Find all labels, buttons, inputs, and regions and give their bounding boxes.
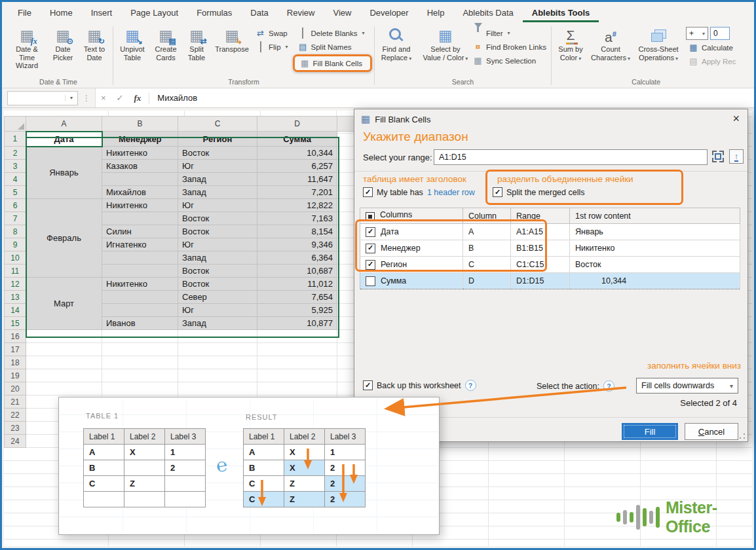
ribbon-tab-developer[interactable]: Developer — [360, 4, 417, 22]
backup-help-icon[interactable]: ? — [465, 380, 476, 391]
cell-B7[interactable] — [102, 212, 178, 225]
column-header-b[interactable]: B — [102, 117, 178, 132]
cell-D9[interactable]: 9,346 — [257, 238, 337, 251]
cell-B4[interactable] — [102, 173, 178, 186]
ribbon-tab-ablebits-tools[interactable]: Ablebits Tools — [523, 4, 599, 22]
name-box-caret-icon[interactable]: ▾ — [65, 95, 77, 101]
cell-C2[interactable]: Восток — [178, 147, 257, 160]
ribbon-tab-help[interactable]: Help — [418, 4, 454, 22]
cell-D15[interactable]: 10,877 — [257, 317, 337, 330]
cell-B5[interactable]: Михайлов — [102, 186, 178, 199]
cell-C16[interactable] — [178, 330, 257, 343]
ribbon-tab-page-layout[interactable]: Page Layout — [121, 4, 187, 22]
column-checkbox-A[interactable] — [366, 227, 375, 237]
dialog-column-row-A[interactable]: ДатаAA1:A15Январь — [360, 224, 740, 240]
row-header-11[interactable]: 11 — [5, 265, 26, 278]
cell-D19[interactable] — [257, 369, 337, 382]
row-header-19[interactable]: 19 — [5, 369, 26, 382]
split-table-button[interactable]: ▦⇄ Split Table — [182, 24, 211, 62]
row-header-16[interactable]: 16 — [5, 330, 26, 343]
cell-C18[interactable] — [178, 356, 257, 369]
row-header-8[interactable]: 8 — [5, 225, 26, 238]
cell-C4[interactable]: Запад — [178, 173, 257, 186]
cell-A20[interactable] — [26, 382, 102, 395]
first-row-header-cell[interactable]: 1st row content — [570, 208, 740, 224]
cell-D11[interactable]: 10,687 — [257, 265, 337, 278]
cell-C15[interactable]: Запад — [178, 317, 257, 330]
cell-A19[interactable] — [26, 369, 102, 382]
cell-A16[interactable] — [26, 330, 102, 343]
cell-B19[interactable] — [102, 369, 178, 382]
row-header-17[interactable]: 17 — [5, 343, 26, 356]
row-header-22[interactable]: 22 — [5, 409, 26, 422]
row-header-10[interactable]: 10 — [5, 251, 26, 265]
insert-function-icon[interactable]: fx — [129, 93, 147, 103]
merged-date-cell[interactable]: Февраль — [26, 199, 102, 278]
cross-sheet-operations-button[interactable]: Cross-Sheet Operations▾ — [633, 24, 683, 63]
collapse-dialog-icon[interactable]: ↑ — [729, 149, 744, 164]
cell-B12[interactable]: Никитенко — [102, 278, 178, 291]
ribbon-tab-review[interactable]: Review — [278, 4, 324, 22]
column-header-cell[interactable]: Column — [463, 208, 511, 224]
ribbon-tab-home[interactable]: Home — [41, 4, 82, 22]
cell-D1[interactable]: Сумма — [257, 132, 337, 147]
cell-B11[interactable] — [102, 265, 178, 278]
columns-header-cell[interactable]: Columns — [360, 208, 463, 224]
row-header-12[interactable]: 12 — [5, 278, 26, 291]
range-input[interactable]: A1:D15 — [434, 149, 708, 165]
row-header-21[interactable]: 21 — [5, 395, 26, 409]
cell-D10[interactable]: 6,364 — [257, 251, 337, 265]
cell-C17[interactable] — [178, 343, 257, 356]
ribbon-tab-file[interactable]: File — [9, 4, 41, 22]
swap-button[interactable]: ⇄ Swap — [253, 27, 291, 39]
row-header-6[interactable]: 6 — [5, 199, 26, 212]
cell-B8[interactable]: Силин — [102, 225, 178, 238]
column-header-d[interactable]: D — [257, 117, 337, 132]
find-and-replace-button[interactable]: Find and Replace▾ — [377, 24, 416, 63]
select-all-corner[interactable] — [5, 117, 26, 132]
cell-C19[interactable] — [178, 369, 257, 382]
row-header-20[interactable]: 20 — [5, 382, 26, 395]
cell-B20[interactable] — [102, 382, 178, 395]
range-header-cell[interactable]: Range — [511, 208, 570, 224]
cell-C7[interactable]: Восток — [178, 212, 257, 225]
cancel-button[interactable]: Cancel — [685, 423, 738, 440]
row-header-24[interactable]: 24 — [5, 435, 26, 448]
merged-date-cell[interactable]: Январь — [26, 147, 102, 199]
cell-C9[interactable]: Юг — [178, 238, 257, 251]
date-picker-button[interactable]: ▦⊙ Date Picker — [48, 24, 78, 62]
apply-rec-button[interactable]: ▤ Apply Rec — [686, 55, 738, 67]
ribbon-tab-ablebits-data[interactable]: Ablebits Data — [453, 4, 522, 22]
unpivot-table-button[interactable]: ▦↘ Unpivot Table — [115, 24, 149, 62]
row-header-4[interactable]: 4 — [5, 173, 26, 186]
cell-D17[interactable] — [257, 343, 337, 356]
row-header-14[interactable]: 14 — [5, 304, 26, 317]
split-merged-checkbox[interactable] — [493, 187, 502, 197]
fill-blank-cells-button[interactable]: ▦ Fill Blank Cells — [297, 57, 365, 69]
header-row-count-link[interactable]: 1 header row — [427, 188, 475, 197]
row-header-13[interactable]: 13 — [5, 291, 26, 304]
column-checkbox-B[interactable] — [366, 244, 375, 253]
cell-C14[interactable]: Юг — [178, 304, 257, 317]
find-broken-links-button[interactable]: ¤ Find Broken Links — [470, 41, 549, 53]
row-header-15[interactable]: 15 — [5, 317, 26, 330]
cell-B9[interactable]: Игнатенко — [102, 238, 178, 251]
cell-B10[interactable] — [102, 251, 178, 265]
column-checkbox-D[interactable] — [366, 276, 375, 286]
dialog-column-row-B[interactable]: МенеджерBB1:B15Никитенко — [360, 240, 740, 257]
delete-blanks-button[interactable]: Delete Blanks▾ — [295, 27, 372, 39]
merged-date-cell[interactable]: Март — [26, 278, 102, 330]
cell-B3[interactable]: Казаков — [102, 160, 178, 173]
calculate-button[interactable]: ▦ Calculate — [686, 41, 738, 54]
cell-B6[interactable]: Никитенко — [102, 199, 178, 212]
select-all-columns-checkbox[interactable] — [366, 212, 375, 221]
sync-selection-button[interactable]: ▦ Sync Selection — [470, 54, 549, 67]
row-header-3[interactable]: 3 — [5, 160, 26, 173]
flip-button[interactable]: Flip▾ — [253, 41, 291, 53]
name-box[interactable]: ▾ — [7, 91, 78, 105]
cell-B16[interactable] — [102, 330, 178, 343]
cell-B15[interactable]: Иванов — [102, 317, 178, 330]
operator-select[interactable]: +▾ — [686, 27, 708, 40]
ribbon-tab-view[interactable]: View — [324, 4, 360, 22]
cell-D14[interactable]: 5,925 — [257, 304, 337, 317]
